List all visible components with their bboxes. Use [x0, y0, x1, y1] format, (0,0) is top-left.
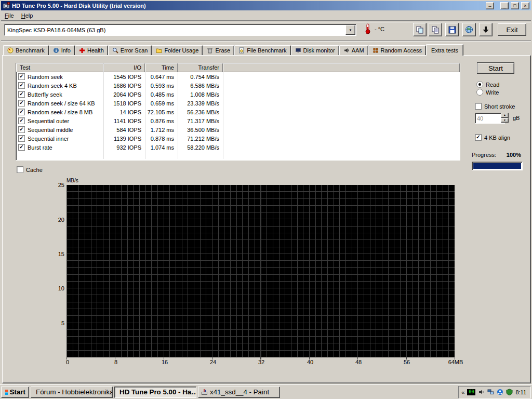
test-name: Sequential middle [28, 127, 73, 133]
x-tick-label: 56 [395, 359, 418, 365]
save-button[interactable] [445, 23, 459, 36]
menubar: File Help [1, 11, 531, 20]
col-io-header[interactable]: I/O [103, 63, 145, 72]
table-row: ✓Burst rate 932 IOPS 1.074 ms 58.220 MB/… [16, 143, 460, 152]
menu-help[interactable]: Help [18, 11, 37, 20]
tab-folder-usage[interactable]: Folder Usage [152, 45, 203, 55]
app-icon [3, 2, 10, 9]
row-checkbox[interactable]: ✓ [18, 82, 25, 89]
screen: HD Tune Pro 5.00 - Hard Disk Utility (tr… [0, 0, 532, 399]
task-button-hdtune[interactable]: HD Tune Pro 5.00 - Ha... [114, 387, 196, 398]
dropdown-arrow-icon[interactable]: ▼ [345, 25, 355, 35]
row-checkbox[interactable]: ✓ [18, 109, 25, 115]
spin-down-button[interactable]: ▼ [501, 118, 509, 123]
antivirus-icon[interactable] [506, 389, 513, 395]
col-transfer-header[interactable]: Transfer [178, 63, 223, 72]
y-tick-label: 20 [52, 217, 64, 223]
short-stroke-stepper: ▲ ▼ [501, 113, 509, 123]
x-tick-label: 16 [153, 359, 176, 365]
unit-label: gB [513, 115, 520, 121]
random-access-icon [373, 47, 379, 54]
floppy-icon [448, 26, 456, 34]
task-button-paint[interactable]: x41_ssd__4 - Paint [198, 387, 280, 398]
network-icon[interactable] [487, 389, 494, 395]
short-stroke-checkbox[interactable] [475, 103, 482, 110]
drive-selector[interactable]: KingSpec KSD-PA18.6-064MS (63 gB) ▼ [4, 24, 356, 36]
globe-icon [465, 25, 473, 34]
write-option: Write [476, 89, 499, 96]
progress-label: Progress: [472, 152, 496, 158]
magnifier-icon [112, 47, 118, 54]
temperature-label: - °C [375, 26, 384, 32]
write-radio[interactable] [476, 89, 483, 96]
tab-file-benchmark[interactable]: File Benchmark [234, 45, 290, 55]
drive-selector-text: KingSpec KSD-PA18.6-064MS (63 gB) [5, 27, 345, 33]
y-tick-label: 10 [52, 285, 64, 291]
tab-random-access[interactable]: Random Access [368, 45, 426, 55]
titlebar[interactable]: HD Tune Pro 5.00 - Hard Disk Utility (tr… [1, 1, 531, 10]
start-menu-button[interactable]: Start [1, 387, 29, 398]
close-button[interactable]: × [521, 2, 529, 9]
cpu-meter-tray-icon[interactable]: 00 [467, 389, 475, 395]
row-checkbox[interactable]: ✓ [18, 91, 25, 98]
tab-disk-monitor[interactable]: Disk monitor [291, 45, 339, 55]
row-checkbox[interactable]: ✓ [18, 135, 25, 142]
io-value: 1141 IOPS [103, 118, 145, 124]
volume-icon[interactable] [478, 389, 485, 395]
copy-screenshot-button[interactable] [413, 23, 427, 36]
minimize-button[interactable]: _ [500, 2, 509, 9]
align-label: 4 KB align [484, 135, 510, 141]
y-tick-label: 15 [52, 251, 64, 257]
test-name: Sequential outer [28, 118, 69, 124]
progress-fill [473, 163, 521, 169]
align-checkbox[interactable]: ✓ [475, 134, 482, 141]
web-button[interactable] [462, 23, 476, 36]
exit-button[interactable]: Exit [498, 23, 526, 36]
results-table-header: Test I/O Time Transfer [16, 63, 460, 72]
tab-benchmark[interactable]: Benchmark [3, 45, 49, 55]
col-time-header[interactable]: Time [145, 63, 178, 72]
cache-checkbox[interactable] [17, 166, 23, 173]
task-button-browser[interactable]: Fórum - Hobbielektronika... [31, 387, 113, 398]
col-test-header[interactable]: Test [16, 63, 103, 72]
clock[interactable]: 8:11 [515, 389, 526, 395]
maximize-button[interactable]: □ [511, 2, 519, 9]
copy-icon [416, 26, 424, 34]
test-name: Random seek [28, 74, 63, 80]
io-value: 584 IOPS [103, 127, 145, 133]
tab-extra-tests[interactable]: Extra tests [426, 44, 463, 56]
test-name: Random seek / size 64 KB [28, 100, 95, 107]
tab-error-scan[interactable]: Error Scan [108, 45, 152, 55]
read-radio[interactable] [476, 81, 483, 88]
menu-separator [1, 20, 531, 22]
transfer-value: 0.754 MB/s [178, 74, 223, 80]
row-checkbox[interactable]: ✓ [18, 126, 25, 133]
time-value: 0.878 ms [145, 136, 178, 142]
transfer-value: 58.220 MB/s [178, 144, 223, 151]
menu-file[interactable]: File [1, 11, 18, 20]
row-checkbox[interactable]: ✓ [18, 100, 25, 107]
x-tick-label: 24 [202, 359, 224, 365]
progress-value: 100% [497, 152, 521, 158]
table-row: ✓Random seek / size 64 KB 1518 IOPS 0.65… [16, 99, 460, 108]
tab-info[interactable]: Info [49, 45, 75, 55]
tab-health[interactable]: Health [75, 45, 108, 55]
start-button[interactable]: Start [477, 62, 514, 74]
copy-text-button[interactable] [429, 23, 442, 36]
io-value: 1518 IOPS [103, 100, 145, 107]
x-tick-label: 48 [347, 359, 370, 365]
rollup-button[interactable]: ↔ [486, 2, 494, 9]
transfer-value: 71.317 MB/s [178, 118, 223, 124]
short-stroke-label: Short stroke [484, 103, 515, 110]
tray-chevron[interactable]: « [461, 389, 464, 395]
x-tick-label: 64MB [444, 359, 467, 365]
tab-erase[interactable]: Erase [203, 45, 234, 55]
spin-up-button[interactable]: ▲ [501, 113, 509, 118]
messenger-icon[interactable] [497, 389, 503, 395]
tab-aam[interactable]: AAM [339, 45, 368, 55]
cache-label: Cache [26, 167, 43, 173]
download-button[interactable] [479, 23, 493, 36]
row-checkbox[interactable]: ✓ [18, 117, 25, 124]
row-checkbox[interactable]: ✓ [18, 144, 25, 151]
row-checkbox[interactable]: ✓ [18, 73, 25, 80]
